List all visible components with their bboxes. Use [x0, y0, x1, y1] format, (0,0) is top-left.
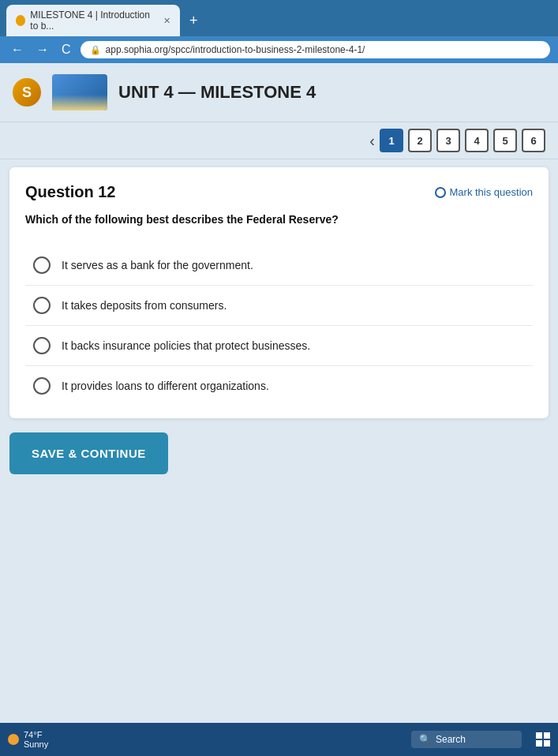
refresh-button[interactable]: C — [58, 41, 74, 58]
nav-number-5[interactable]: 5 — [493, 129, 517, 152]
answer-text-d: It provides loans to different organizat… — [62, 380, 269, 392]
nav-prev-icon[interactable]: ‹ — [369, 132, 375, 150]
search-label: Search — [436, 734, 466, 745]
weather-condition: Sunny — [24, 739, 48, 749]
tab-bar: MILESTONE 4 | Introduction to b... ✕ + — [0, 0, 558, 36]
new-tab-button[interactable]: + — [183, 9, 204, 32]
unit-banner-image — [52, 74, 107, 110]
mark-circle-icon — [435, 187, 446, 198]
page-content: S UNIT 4 — MILESTONE 4 ‹ 1 2 3 4 5 6 Que… — [0, 63, 558, 756]
active-tab[interactable]: MILESTONE 4 | Introduction to b... ✕ — [6, 5, 180, 36]
win-square-4 — [544, 740, 550, 747]
win-square-1 — [536, 732, 542, 739]
nav-number-6[interactable]: 6 — [522, 129, 545, 152]
mark-question-button[interactable]: Mark this question — [435, 186, 534, 198]
lock-icon: 🔒 — [90, 45, 101, 55]
radio-b[interactable] — [33, 297, 51, 314]
unit-header: S UNIT 4 — MILESTONE 4 — [0, 63, 558, 122]
tab-favicon — [16, 15, 25, 26]
tab-label: MILESTONE 4 | Introduction to b... — [30, 9, 159, 32]
answer-text-a: It serves as a bank for the government. — [62, 259, 253, 271]
answer-option-a[interactable]: It serves as a bank for the government. — [25, 245, 533, 286]
nav-number-4[interactable]: 4 — [465, 129, 489, 152]
question-number: Question 12 — [25, 183, 115, 201]
unit-title: UNIT 4 — MILESTONE 4 — [118, 82, 316, 103]
save-continue-button[interactable]: SAVE & CONTINUE — [9, 432, 168, 474]
search-icon: 🔍 — [419, 734, 431, 745]
question-navigation: ‹ 1 2 3 4 5 6 — [0, 122, 558, 159]
question-text: Which of the following best describes th… — [25, 212, 533, 228]
sophia-logo: S — [13, 78, 41, 107]
sun-icon — [8, 734, 19, 745]
browser-chrome: MILESTONE 4 | Introduction to b... ✕ + ←… — [0, 0, 558, 63]
address-bar: ← → C 🔒 app.sophia.org/spcc/introduction… — [0, 36, 558, 63]
address-text: app.sophia.org/spcc/introduction-to-busi… — [106, 44, 365, 55]
radio-c[interactable] — [33, 337, 51, 354]
weather-widget: 74°F Sunny — [8, 730, 48, 749]
answer-option-b[interactable]: It takes deposits from consumers. — [25, 286, 533, 326]
question-header: Question 12 Mark this question — [25, 183, 533, 201]
tab-close-icon[interactable]: ✕ — [163, 16, 170, 26]
mark-label: Mark this question — [450, 186, 534, 198]
answer-text-c: It backs insurance policies that protect… — [62, 339, 310, 352]
answer-option-c[interactable]: It backs insurance policies that protect… — [25, 326, 533, 366]
nav-number-3[interactable]: 3 — [436, 129, 460, 152]
back-button[interactable]: ← — [8, 41, 27, 58]
question-area: Question 12 Mark this question Which of … — [9, 167, 549, 418]
temperature: 74°F — [24, 730, 48, 739]
taskbar-search[interactable]: 🔍 Search — [411, 731, 522, 748]
address-input[interactable]: 🔒 app.sophia.org/spcc/introduction-to-bu… — [81, 41, 550, 58]
taskbar: 74°F Sunny 🔍 Search — [0, 723, 558, 756]
radio-a[interactable] — [33, 256, 51, 274]
answer-option-d[interactable]: It provides loans to different organizat… — [25, 366, 533, 406]
nav-number-1[interactable]: 1 — [380, 129, 403, 152]
answer-text-b: It takes deposits from consumers. — [62, 299, 227, 312]
win-square-3 — [536, 740, 542, 747]
windows-button[interactable] — [536, 732, 550, 747]
forward-button[interactable]: → — [33, 41, 52, 58]
logo-letter: S — [22, 84, 32, 101]
win-square-2 — [544, 732, 550, 739]
weather-info: 74°F Sunny — [24, 730, 48, 749]
nav-number-2[interactable]: 2 — [408, 129, 432, 152]
radio-d[interactable] — [33, 377, 51, 395]
